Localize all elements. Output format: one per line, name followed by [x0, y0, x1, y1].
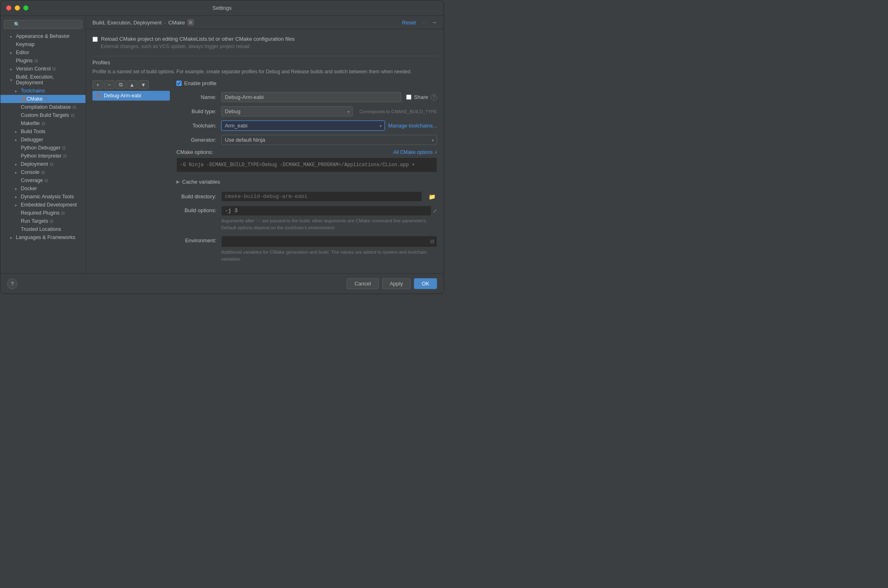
chevron-icon: [15, 129, 20, 134]
cache-variables-row[interactable]: ▶ Cache variables: [176, 176, 437, 187]
build-options-row: Build options: ⤢ Arguments after '--' ar…: [176, 206, 437, 232]
content-header: Build, Execution, Deployment › CMake ⊟ R…: [86, 16, 444, 29]
settings-icon: ⊟: [34, 58, 38, 64]
build-options-input[interactable]: [221, 206, 431, 216]
content-area: Build, Execution, Deployment › CMake ⊟ R…: [86, 16, 444, 273]
sidebar-item-cmake[interactable]: CMake ⊟: [0, 95, 86, 103]
sidebar-item-trusted-locations[interactable]: Trusted Locations: [0, 225, 86, 233]
search-input[interactable]: [4, 20, 82, 29]
chevron-icon: [15, 162, 20, 167]
chevron-icon: [15, 138, 20, 142]
sidebar-item-toolchains[interactable]: Toolchains: [0, 87, 86, 95]
sidebar-item-required-plugins[interactable]: Required Plugins ⊟: [0, 209, 86, 217]
share-help-icon[interactable]: ?: [431, 94, 437, 101]
help-button[interactable]: ?: [7, 279, 18, 289]
sidebar-item-languages[interactable]: Languages & Frameworks: [0, 233, 86, 241]
remove-profile-button[interactable]: −: [104, 80, 114, 89]
reload-section: Reload CMake project on editing CMakeLis…: [92, 36, 437, 49]
cmake-options-row: CMake options: All CMake options: [176, 149, 437, 155]
toolchain-select[interactable]: Arm_eabi Default: [221, 121, 385, 131]
sidebar-item-python-debugger[interactable]: Python Debugger ⊟: [0, 144, 86, 152]
sidebar-item-deployment[interactable]: Deployment ⊟: [0, 160, 86, 168]
settings-icon: ⊟: [50, 162, 53, 167]
title-bar: Settings: [0, 0, 444, 16]
sidebar-item-custom-build-targets[interactable]: Custom Build Targets ⊟: [0, 111, 86, 119]
sidebar-item-embedded-dev[interactable]: Embedded Development: [0, 201, 86, 209]
sidebar-item-keymap[interactable]: Keymap: [0, 40, 86, 48]
build-directory-input[interactable]: [221, 191, 422, 202]
sidebar-item-makefile[interactable]: Makefile ⊟: [0, 119, 86, 127]
cancel-button[interactable]: Cancel: [347, 278, 378, 289]
settings-icon: ⊟: [62, 145, 66, 151]
all-cmake-options-link[interactable]: All CMake options: [393, 149, 437, 155]
copy-profile-button[interactable]: ⧉: [115, 80, 126, 89]
build-type-select[interactable]: Debug Release RelWithDebInfo MinSizeRel: [221, 106, 353, 116]
sidebar-item-label: Trusted Locations: [21, 226, 61, 232]
sidebar-item-appearance[interactable]: Appearance & Behavior: [0, 32, 86, 40]
expand-icon[interactable]: ⤢: [433, 208, 437, 214]
chevron-icon: [15, 89, 20, 93]
profiles-toolbar: + − ⧉ ▲ ▼: [92, 80, 170, 89]
chevron-icon: [15, 186, 20, 191]
enable-profile-row: Enable profile: [176, 80, 437, 86]
maximize-button[interactable]: [23, 5, 29, 11]
sidebar-item-label: Appearance & Behavior: [16, 33, 70, 39]
cmake-options-input[interactable]: -G Ninja -DCMAKE_BUILD_TYPE=Debug -DCMAK…: [176, 158, 437, 172]
sidebar-item-plugins[interactable]: Plugins ⊟: [0, 57, 86, 65]
sidebar-item-dynamic-analysis[interactable]: Dynamic Analysis Tools: [0, 193, 86, 201]
sidebar-item-version-control[interactable]: Version Control ⊟: [0, 65, 86, 73]
build-type-hint: Corresponds to CMAKE_BUILD_TYPE: [359, 109, 437, 114]
ok-button[interactable]: OK: [414, 278, 437, 289]
sidebar-item-debugger[interactable]: Debugger: [0, 136, 86, 144]
sidebar-item-label: Version Control: [16, 66, 51, 72]
sidebar-item-console[interactable]: Console ⊟: [0, 168, 86, 176]
share-checkbox[interactable]: [406, 94, 411, 100]
generator-select[interactable]: Use default Ninja Ninja Unix Makefiles: [221, 135, 437, 145]
folder-browse-button[interactable]: 📁: [427, 193, 437, 201]
header-actions: Reset ← →: [402, 19, 437, 26]
sidebar-item-label: Embedded Development: [21, 202, 77, 208]
chevron-icon: [10, 235, 15, 240]
sidebar-item-build-tools[interactable]: Build Tools: [0, 127, 86, 136]
sidebar-item-label: CMake: [26, 96, 43, 102]
sidebar-item-label: Python Interpreter: [21, 153, 62, 159]
reset-button[interactable]: Reset: [402, 20, 416, 26]
sidebar-item-python-interpreter[interactable]: Python Interpreter ⊟: [0, 152, 86, 160]
sidebar-item-label: Dynamic Analysis Tools: [21, 194, 74, 200]
sidebar-item-compilation-db[interactable]: Compilation Database ⊟: [0, 103, 86, 111]
sidebar-item-editor[interactable]: Editor: [0, 48, 86, 57]
sidebar-item-coverage[interactable]: Coverage ⊟: [0, 176, 86, 184]
add-profile-button[interactable]: +: [92, 80, 103, 89]
sidebar-item-build-exec-deploy[interactable]: Build, Execution, Deployment: [0, 73, 86, 87]
cache-chevron-icon: ▶: [176, 179, 180, 184]
content-body: Reload CMake project on editing CMakeLis…: [86, 29, 444, 273]
name-input[interactable]: [221, 92, 401, 102]
build-type-row: Build type: Debug Release RelWithDebInfo…: [176, 106, 437, 116]
chevron-icon: [10, 78, 15, 82]
build-type-field: Debug Release RelWithDebInfo MinSizeRel …: [221, 106, 437, 116]
manage-toolchains-link[interactable]: Manage toolchains...: [388, 123, 437, 129]
profile-item[interactable]: Debug-Arm-eabi: [92, 91, 170, 101]
sidebar-item-label: Debugger: [21, 137, 43, 143]
apply-button[interactable]: Apply: [382, 278, 411, 289]
profile-name: Debug-Arm-eabi: [104, 93, 141, 99]
enable-profile-checkbox[interactable]: [176, 81, 182, 86]
move-up-button[interactable]: ▲: [127, 80, 137, 89]
reload-checkbox[interactable]: [92, 37, 98, 42]
close-button[interactable]: [6, 5, 11, 11]
environment-input[interactable]: ⊟: [221, 236, 437, 247]
sidebar-item-docker[interactable]: Docker: [0, 184, 86, 193]
name-row: Name: Share ?: [176, 92, 437, 102]
nav-forward-button[interactable]: →: [431, 19, 437, 26]
minimize-button[interactable]: [15, 5, 20, 11]
sidebar-item-label: Plugins: [16, 58, 33, 64]
profiles-list: + − ⧉ ▲ ▼ Debug-Arm-eabi: [92, 80, 170, 268]
move-down-button[interactable]: ▼: [138, 80, 149, 89]
sidebar-item-run-targets[interactable]: Run Targets ⊟: [0, 217, 86, 225]
sidebar-item-label: Custom Build Targets: [21, 112, 69, 118]
chevron-icon: [15, 195, 20, 199]
nav-back-button[interactable]: ←: [421, 19, 426, 26]
settings-icon: ⊟: [61, 211, 65, 216]
reload-label: Reload CMake project on editing CMakeLis…: [101, 36, 295, 42]
settings-icon: ⊟: [42, 121, 45, 126]
